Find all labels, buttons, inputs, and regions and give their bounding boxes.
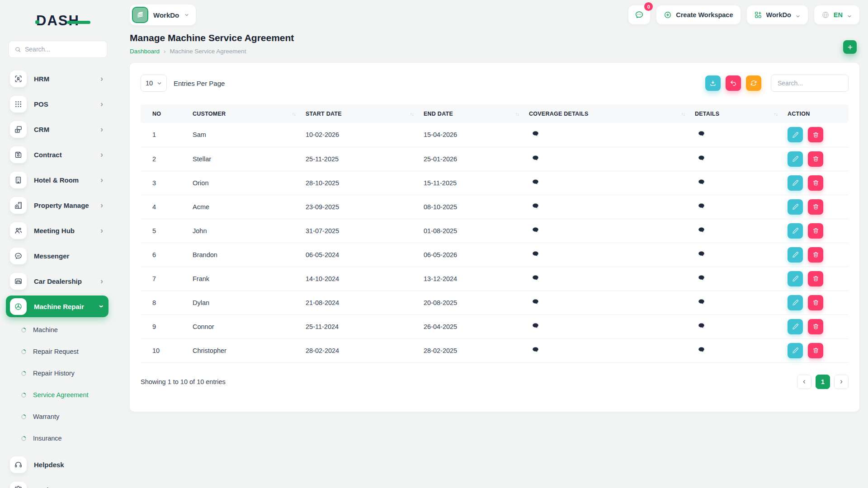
coverage-details-bubble-icon[interactable]	[532, 226, 539, 234]
edit-button[interactable]	[788, 295, 803, 310]
sidebar-item-helpdesk[interactable]: Helpdesk ›	[0, 452, 116, 477]
logo-accent-dot	[35, 20, 39, 24]
coverage-details-bubble-icon[interactable]	[532, 250, 539, 258]
coverage-details-bubble-icon[interactable]	[532, 178, 539, 186]
pencil-icon	[792, 179, 799, 186]
workspace-selector[interactable]: WorkDo	[130, 5, 196, 25]
sidebar-item-settings[interactable]: Settings ›	[0, 477, 116, 488]
sidebar-nav: HRM › POS › CRM ›	[0, 66, 116, 319]
edit-button[interactable]	[788, 271, 803, 286]
sort-icon[interactable]: ↑↓	[515, 111, 519, 117]
refresh-button[interactable]	[746, 75, 761, 91]
sort-icon[interactable]: ↑↓	[681, 111, 685, 117]
top-bar: WorkDo 0 Create Workspace WorkDo	[130, 5, 859, 25]
details-bubble-icon[interactable]	[698, 298, 705, 306]
edit-button[interactable]	[788, 199, 803, 215]
coverage-details-bubble-icon[interactable]	[532, 155, 539, 162]
delete-button[interactable]	[808, 199, 823, 215]
delete-button[interactable]	[808, 295, 823, 310]
details-bubble-icon[interactable]	[698, 346, 705, 354]
edit-button[interactable]	[788, 175, 803, 191]
search-icon	[14, 46, 21, 53]
coverage-details-bubble-icon[interactable]	[532, 130, 539, 138]
details-bubble-icon[interactable]	[698, 130, 705, 138]
sidebar-item-messenger[interactable]: Messenger ›	[0, 243, 116, 268]
language-selector[interactable]: EN	[814, 5, 859, 24]
sort-icon[interactable]: ↑↓	[292, 111, 296, 117]
column-header-details[interactable]: DETAILS↑↓	[695, 104, 788, 123]
cell-customer: Frank	[193, 267, 306, 291]
reset-button[interactable]	[726, 75, 741, 91]
breadcrumb-dashboard-link[interactable]: Dashboard	[130, 48, 160, 55]
sidebar-item-hrm[interactable]: HRM ›	[0, 66, 116, 91]
cell-customer: Sam	[193, 123, 306, 147]
export-button[interactable]	[705, 75, 721, 91]
details-bubble-icon[interactable]	[698, 274, 705, 282]
sidebar-subitem-insurance[interactable]: Insurance	[0, 427, 116, 449]
coverage-details-bubble-icon[interactable]	[532, 346, 539, 354]
sidebar-item-meeting-hub[interactable]: Meeting Hub ›	[0, 218, 116, 243]
sidebar-subitem-repair-history[interactable]: Repair History	[0, 362, 116, 384]
cell-start-date: 28-02-2024	[306, 338, 424, 362]
coverage-details-bubble-icon[interactable]	[532, 322, 539, 330]
page-1-button[interactable]: 1	[816, 375, 830, 389]
delete-button[interactable]	[808, 151, 823, 167]
delete-button[interactable]	[808, 271, 823, 286]
previous-page-button[interactable]	[797, 375, 811, 389]
delete-button[interactable]	[808, 223, 823, 239]
edit-button[interactable]	[788, 343, 803, 358]
sidebar-item-car-dealership[interactable]: Car Dealership ›	[0, 268, 116, 294]
sidebar-subitem-service-agreement[interactable]: Service Agreement	[0, 384, 116, 406]
sidebar-item-machine-repair[interactable]: Machine Repair ›	[0, 294, 116, 319]
sidebar-search-input[interactable]	[25, 46, 107, 53]
coverage-details-bubble-icon[interactable]	[532, 202, 539, 210]
sidebar-item-pos[interactable]: POS ›	[0, 91, 116, 117]
details-bubble-icon[interactable]	[698, 178, 705, 186]
sidebar-item-label: Helpdesk	[34, 461, 64, 469]
edit-button[interactable]	[788, 319, 803, 334]
delete-button[interactable]	[808, 343, 823, 358]
sidebar-item-label: Property Manage	[34, 202, 89, 209]
details-bubble-icon[interactable]	[698, 155, 705, 162]
details-bubble-icon[interactable]	[698, 226, 705, 234]
table-row-3: 3 Orion 28-10-2025 15-11-2025	[141, 171, 849, 195]
create-workspace-button[interactable]: Create Workspace	[656, 5, 740, 24]
coverage-details-bubble-icon[interactable]	[532, 298, 539, 306]
messages-button[interactable]: 0	[628, 5, 650, 24]
details-bubble-icon[interactable]	[698, 322, 705, 330]
delete-button[interactable]	[808, 127, 823, 142]
table-search-input[interactable]	[771, 75, 849, 92]
trash-icon	[812, 251, 819, 258]
column-header-customer[interactable]: CUSTOMER↑↓	[193, 104, 306, 123]
sidebar-subitem-machine[interactable]: Machine	[0, 319, 116, 341]
workspace-switcher[interactable]: WorkDo	[747, 5, 808, 24]
hrm-icon	[14, 75, 23, 83]
sidebar-item-contract[interactable]: Contract ›	[0, 142, 116, 167]
sidebar-subitem-warranty[interactable]: Warranty	[0, 406, 116, 427]
entries-per-page-select[interactable]: 10	[141, 75, 167, 92]
sidebar-item-hotel-room[interactable]: Hotel & Room ›	[0, 167, 116, 192]
add-agreement-button[interactable]	[843, 40, 857, 54]
coverage-details-bubble-icon[interactable]	[532, 274, 539, 282]
column-header-end-date[interactable]: END DATE↑↓	[424, 104, 529, 123]
column-header-start-date[interactable]: START DATE↑↓	[306, 104, 424, 123]
edit-button[interactable]	[788, 127, 803, 142]
sidebar-item-crm[interactable]: CRM ›	[0, 117, 116, 142]
delete-button[interactable]	[808, 247, 823, 263]
sort-icon[interactable]: ↑↓	[774, 111, 778, 117]
next-page-button[interactable]	[834, 375, 849, 389]
delete-button[interactable]	[808, 319, 823, 334]
sidebar-item-property-manage[interactable]: Property Manage ›	[0, 192, 116, 218]
column-header-coverage-details[interactable]: COVERAGE DETAILS↑↓	[529, 104, 695, 123]
edit-button[interactable]	[788, 151, 803, 167]
delete-button[interactable]	[808, 175, 823, 191]
sort-icon[interactable]: ↑↓	[410, 111, 414, 117]
sidebar-subitem-repair-request[interactable]: Repair Request	[0, 341, 116, 362]
edit-button[interactable]	[788, 247, 803, 263]
details-bubble-icon[interactable]	[698, 202, 705, 210]
chevron-right-icon: ›	[100, 150, 103, 159]
edit-button[interactable]	[788, 223, 803, 239]
details-bubble-icon[interactable]	[698, 250, 705, 258]
dash-logo[interactable]: DASH	[36, 13, 80, 29]
language-code: EN	[834, 11, 843, 19]
